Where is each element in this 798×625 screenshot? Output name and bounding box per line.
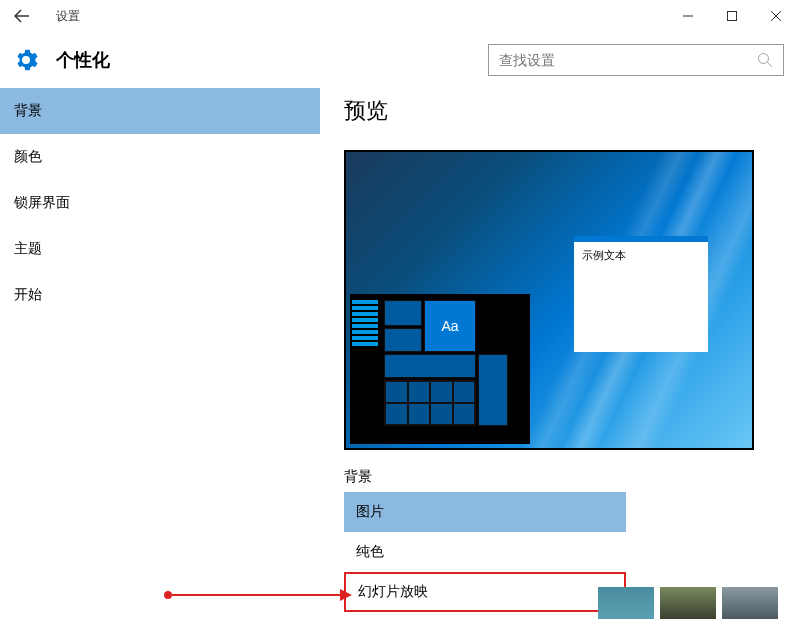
preview-tile-aa: Aa	[424, 300, 476, 352]
page-title: 个性化	[56, 48, 110, 72]
sample-window: 示例文本	[574, 236, 708, 352]
maximize-icon	[727, 11, 737, 21]
close-icon	[771, 11, 781, 21]
svg-point-1	[759, 54, 769, 64]
dropdown-option-label: 图片	[356, 503, 384, 521]
minimize-button[interactable]	[666, 0, 710, 32]
preview-menu-list	[352, 300, 378, 346]
sidebar-item-label: 主题	[14, 240, 42, 258]
content-area: 背景 颜色 锁屏界面 主题 开始 预览 示例文本 Aa	[0, 88, 798, 625]
gear-icon	[14, 48, 38, 72]
dropdown-option-solid[interactable]: 纯色	[344, 532, 626, 572]
sidebar-item-start[interactable]: 开始	[0, 272, 320, 318]
main-panel: 预览 示例文本 Aa 背景	[320, 88, 798, 625]
sidebar-item-label: 锁屏界面	[14, 194, 70, 212]
header: 个性化	[0, 32, 798, 88]
thumbnail[interactable]	[598, 587, 654, 619]
background-dropdown[interactable]: 图片 纯色 幻灯片放映	[344, 492, 626, 612]
window-title: 设置	[56, 8, 80, 25]
dropdown-option-picture[interactable]: 图片	[344, 492, 626, 532]
sidebar-item-lockscreen[interactable]: 锁屏界面	[0, 180, 320, 226]
sidebar-item-label: 颜色	[14, 148, 42, 166]
back-button[interactable]	[8, 2, 36, 30]
sample-window-text: 示例文本	[582, 249, 626, 261]
window-controls	[666, 0, 798, 32]
background-label: 背景	[344, 468, 774, 486]
sidebar-item-colors[interactable]: 颜色	[0, 134, 320, 180]
search-icon	[757, 52, 773, 68]
back-arrow-icon	[14, 8, 30, 24]
picture-thumbnails	[598, 587, 778, 619]
minimize-icon	[683, 11, 693, 21]
thumbnail[interactable]	[722, 587, 778, 619]
maximize-button[interactable]	[710, 0, 754, 32]
dropdown-option-label: 纯色	[356, 543, 384, 561]
thumbnail[interactable]	[660, 587, 716, 619]
search-input[interactable]	[499, 52, 757, 68]
sidebar: 背景 颜色 锁屏界面 主题 开始	[0, 88, 320, 625]
desktop-preview: 示例文本 Aa	[344, 150, 754, 450]
sidebar-item-label: 背景	[14, 102, 42, 120]
sidebar-item-themes[interactable]: 主题	[0, 226, 320, 272]
titlebar: 设置	[0, 0, 798, 32]
preview-start-menu: Aa	[350, 294, 530, 444]
dropdown-option-label: 幻灯片放映	[358, 583, 428, 601]
sidebar-item-label: 开始	[14, 286, 42, 304]
preview-heading: 预览	[344, 96, 774, 126]
dropdown-option-slideshow[interactable]: 幻灯片放映	[344, 572, 626, 612]
search-box[interactable]	[488, 44, 784, 76]
close-button[interactable]	[754, 0, 798, 32]
sidebar-item-background[interactable]: 背景	[0, 88, 320, 134]
svg-rect-0	[728, 12, 737, 21]
